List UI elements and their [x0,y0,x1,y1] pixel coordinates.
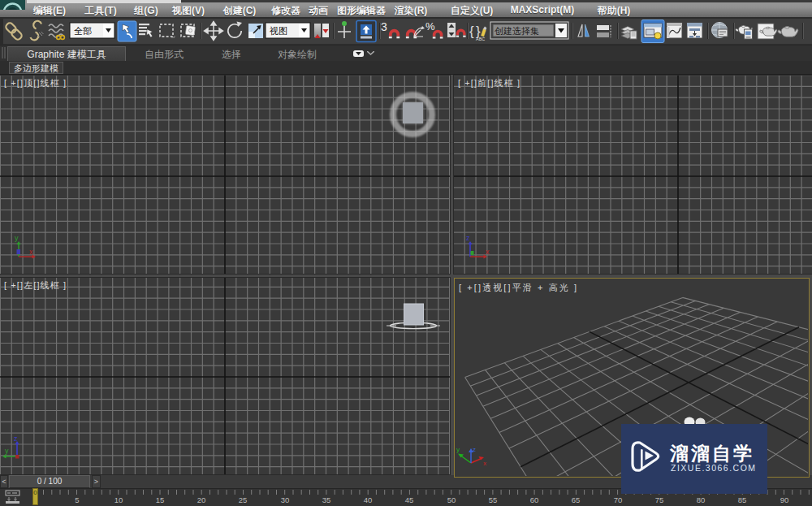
svg-text:x: x [483,460,486,467]
svg-text:z: z [466,234,470,242]
svg-text:3: 3 [381,20,387,33]
svg-text:y: y [456,446,460,453]
svg-text:%: % [425,20,435,32]
svg-text:y: y [5,447,9,455]
svg-text:全部: 全部 [74,26,92,36]
svg-text:y: y [15,234,19,242]
svg-text:x: x [29,248,33,256]
svg-text:x: x [486,248,490,256]
svg-text:创建选择集: 创建选择集 [495,26,539,36]
svg-text:视图: 视图 [270,26,287,36]
svg-text:z: z [473,446,476,453]
svg-text:{: { [469,24,474,39]
svg-text:ABC: ABC [476,37,485,41]
